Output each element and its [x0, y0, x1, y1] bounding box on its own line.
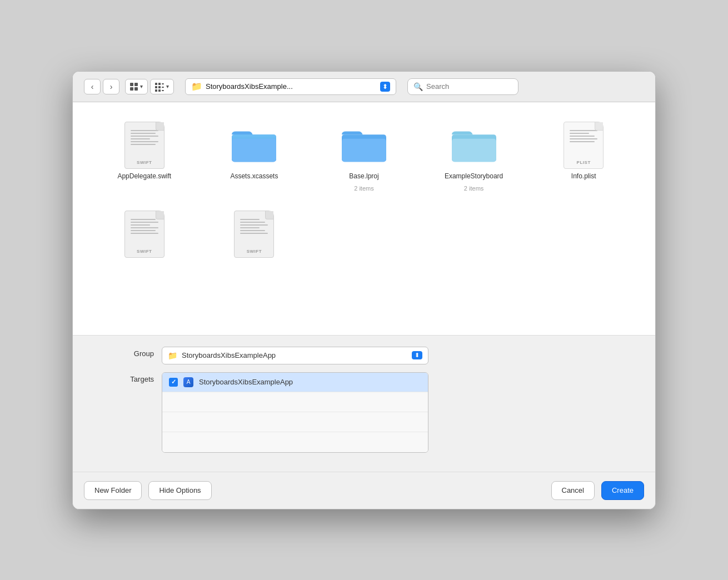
swift-file-shape: SWIFT: [124, 122, 164, 169]
back-button[interactable]: ‹: [84, 79, 101, 94]
swift-badge: SWIFT: [137, 160, 152, 165]
grid-view-chevron: ▾: [140, 83, 143, 89]
plist-file-shape: PLIST: [564, 122, 604, 169]
file-name: AppDelegate.swift: [117, 172, 171, 181]
location-bar: 📁 StoryboardsXibsExample... ⬍: [185, 78, 396, 95]
group-control: 📁 StoryboardsXibsExampleApp ⬍: [162, 347, 428, 364]
file-browser: SWIFT AppDelegate.swift: [73, 102, 655, 336]
folder-icon-svg: [342, 126, 386, 165]
target-app-icon: A: [183, 377, 193, 387]
search-bar[interactable]: 🔍: [407, 78, 518, 95]
group-value: StoryboardsXibsExampleApp: [182, 351, 412, 359]
target-item[interactable]: ✓ A StoryboardsXibsExampleApp: [162, 373, 428, 392]
cancel-button[interactable]: Cancel: [551, 481, 595, 500]
swift-badge: SWIFT: [137, 249, 152, 254]
targets-empty-row: [162, 412, 428, 432]
forward-button[interactable]: ›: [103, 79, 119, 94]
grid-view-button[interactable]: ▾: [125, 79, 148, 94]
swift-file-shape: SWIFT: [124, 211, 164, 258]
group-stepper-icon[interactable]: ⬍: [412, 351, 422, 359]
list-icon: [155, 83, 164, 91]
group-select[interactable]: 📁 StoryboardsXibsExampleApp ⬍: [162, 347, 428, 364]
swift-badge: SWIFT: [247, 249, 262, 254]
list-view-chevron: ▾: [166, 83, 169, 89]
folder-icon-svg: [452, 126, 496, 165]
location-select[interactable]: 📁 StoryboardsXibsExample... ⬍: [185, 78, 396, 95]
file-sublabel: 2 items: [354, 185, 373, 192]
checkbox-check-icon: ✓: [171, 378, 176, 386]
list-item[interactable]: Base.lproj 2 items: [315, 119, 413, 197]
targets-row: Targets ✓ A StoryboardsXibsExampleApp: [95, 372, 633, 453]
svg-rect-6: [452, 138, 496, 161]
file-icon-baselproj: [342, 123, 386, 168]
file-name: Info.plist: [571, 172, 596, 181]
file-icon-assets: [232, 123, 276, 168]
new-folder-button[interactable]: New Folder: [84, 481, 142, 500]
nav-buttons: ‹ ›: [84, 79, 119, 94]
targets-empty-row: [162, 392, 428, 412]
file-icon-appdelegate: SWIFT: [122, 123, 167, 168]
targets-label: Targets: [95, 372, 162, 383]
create-button[interactable]: Create: [601, 481, 644, 500]
list-view-button[interactable]: ▾: [150, 79, 174, 94]
target-name: StoryboardsXibsExampleApp: [199, 378, 293, 386]
footer: New Folder Hide Options Cancel Create: [73, 472, 655, 509]
search-input[interactable]: [426, 82, 512, 91]
target-checkbox[interactable]: ✓: [169, 378, 178, 387]
plist-badge: PLIST: [577, 160, 591, 165]
location-text: StoryboardsXibsExample...: [206, 82, 377, 91]
view-controls: ▾ ▾: [125, 79, 174, 94]
file-icon-infoplist: PLIST: [561, 123, 606, 168]
file-lines: [240, 219, 268, 234]
location-stepper-icon: ⬍: [380, 82, 390, 92]
options-panel: Group 📁 StoryboardsXibsExampleApp ⬍ Targ…: [73, 336, 655, 472]
save-dialog: ‹ › ▾: [72, 71, 656, 509]
swift-file-shape: SWIFT: [234, 211, 274, 258]
file-lines: [131, 130, 158, 145]
toolbar: ‹ › ▾: [73, 72, 655, 102]
group-row: Group 📁 StoryboardsXibsExampleApp ⬍: [95, 347, 633, 364]
list-item[interactable]: SWIFT: [205, 207, 304, 265]
targets-control: ✓ A StoryboardsXibsExampleApp: [162, 372, 428, 453]
targets-list: ✓ A StoryboardsXibsExampleApp: [162, 372, 428, 453]
svg-rect-2: [232, 138, 276, 161]
file-lines: [570, 130, 597, 142]
file-name: Assets.xcassets: [230, 172, 278, 181]
list-item[interactable]: SWIFT AppDelegate.swift: [95, 119, 194, 197]
group-label: Group: [95, 347, 162, 358]
file-sublabel: 2 items: [464, 185, 483, 192]
hide-options-button[interactable]: Hide Options: [148, 481, 211, 500]
group-folder-icon: 📁: [168, 351, 177, 360]
file-icon-swift2: SWIFT: [122, 212, 167, 256]
list-item[interactable]: SWIFT: [95, 207, 194, 265]
file-name: Base.lproj: [349, 172, 378, 181]
svg-rect-4: [342, 138, 386, 161]
location-folder-icon: 📁: [191, 81, 202, 92]
file-name: ExampleStoryboard: [445, 172, 503, 181]
file-lines: [131, 219, 158, 234]
list-item[interactable]: PLIST Info.plist: [534, 119, 633, 197]
targets-empty-row: [162, 432, 428, 452]
search-icon: 🔍: [413, 82, 423, 91]
folder-icon-svg: [232, 126, 276, 165]
list-item[interactable]: ExampleStoryboard 2 items: [425, 119, 523, 197]
file-icon-storyboard: [452, 123, 496, 168]
grid-icon: [130, 83, 138, 91]
list-item[interactable]: Assets.xcassets: [205, 119, 304, 197]
file-icon-swift3: SWIFT: [232, 212, 276, 256]
